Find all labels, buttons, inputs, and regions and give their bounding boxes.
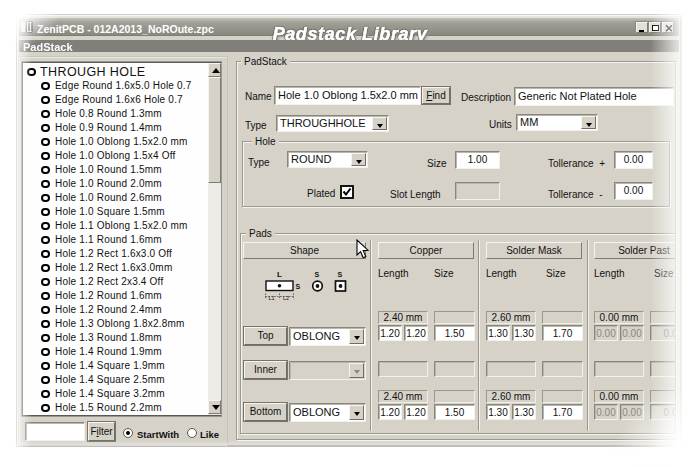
svg-text:S: S [315,271,320,278]
svg-text:L1: L1 [269,295,275,301]
svg-text:S: S [338,271,343,278]
svg-text:L2: L2 [283,295,289,301]
svg-text:S: S [296,283,301,290]
svg-text:L: L [277,270,282,279]
